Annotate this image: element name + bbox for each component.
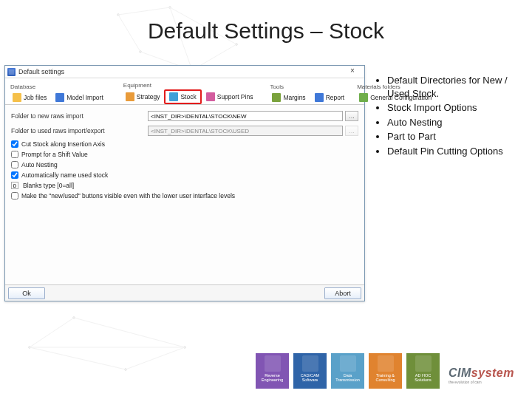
tab-label: Report: [326, 94, 345, 101]
report-icon: [315, 93, 324, 102]
checkbox-input[interactable]: [11, 161, 18, 168]
bullet-item: Auto Nesting: [387, 116, 514, 129]
dialog-body: Folder to new raws import … Folder to us…: [5, 105, 364, 200]
pins-icon: [206, 92, 215, 101]
tile-label: Training & Consulting: [369, 373, 402, 382]
ok-button[interactable]: Ok: [8, 287, 45, 299]
checkbox-input[interactable]: [11, 151, 18, 158]
window-title: Default settings: [18, 68, 343, 75]
stock-icon: [169, 92, 178, 101]
gear-icon: [359, 93, 368, 102]
tile-label: AD HOC Solutions: [406, 373, 440, 382]
brand-logo: CIMsystem the evolution of cam: [449, 366, 514, 389]
tab-strip: Database Job files Model Import Equipmen…: [5, 78, 364, 105]
abort-button[interactable]: Abort: [324, 287, 361, 299]
label-new-folder: Folder to new raws import: [11, 112, 148, 120]
strategy-icon: [126, 92, 134, 101]
bullet-item: Default Pin Cutting Options: [387, 145, 514, 158]
tab-modelimport[interactable]: Model Import: [51, 91, 108, 104]
checkbox-prompt-shift[interactable]: Prompt for a Shift Value: [11, 151, 358, 158]
tab-strategy[interactable]: Strategy: [121, 89, 165, 104]
tab-label: Job files: [24, 94, 47, 101]
tab-label: General Configuration: [370, 94, 432, 101]
input-used-folder[interactable]: [148, 126, 343, 136]
tile-icon: [378, 355, 394, 372]
tab-label: Support Pins: [217, 93, 253, 100]
input-blanks-type[interactable]: [11, 182, 18, 189]
close-button[interactable]: ×: [343, 66, 362, 77]
checkbox-cut-axis[interactable]: Cut Stock along Insertion Axis: [11, 140, 358, 148]
tab-label: Strategy: [137, 93, 160, 100]
slide-title: Default Settings – Stock: [0, 18, 532, 44]
checkbox-input[interactable]: [11, 140, 18, 148]
tab-label: Margins: [283, 94, 305, 101]
checkbox-input[interactable]: [11, 171, 18, 179]
browse-new-button[interactable]: …: [345, 111, 358, 121]
default-settings-dialog: Default settings × Database Job files Mo…: [4, 65, 365, 301]
input-new-folder[interactable]: [148, 111, 343, 121]
dialog-button-bar: Ok Abort: [5, 284, 364, 301]
footer: Reverse Engineering CAD/CAM Software Dat…: [256, 353, 514, 389]
tab-stock[interactable]: Stock: [164, 89, 201, 104]
tile-icon: [265, 355, 281, 372]
checkbox-label: Cut Stock along Insertion Axis: [21, 140, 105, 148]
label-blanks-type: Blanks type [0=all]: [23, 182, 74, 189]
tab-group-equipment: Equipment: [121, 82, 154, 89]
tile-icon: [340, 355, 356, 372]
tab-report[interactable]: Report: [310, 91, 349, 104]
footer-tile: CAD/CAM Software: [293, 353, 327, 389]
import-icon: [55, 93, 64, 102]
titlebar: Default settings ×: [5, 66, 364, 78]
label-used-folder: Folder to used raws import/export: [11, 127, 148, 134]
tab-jobfiles[interactable]: Job files: [8, 91, 51, 104]
tab-general[interactable]: General Configuration: [355, 91, 436, 104]
browse-used-button: …: [345, 126, 358, 136]
footer-tile: Reverse Engineering: [256, 353, 289, 389]
checkbox-low-ui[interactable]: Make the "new/used" buttons visible even…: [11, 192, 358, 200]
tab-group-database: Database: [8, 83, 38, 91]
footer-tile: Training & Consulting: [369, 353, 402, 389]
checkbox-auto-nesting[interactable]: Auto Nesting: [11, 161, 358, 168]
checkbox-label: Automatically name used stock: [21, 171, 108, 179]
tile-icon: [415, 355, 432, 372]
tab-label: Model Import: [66, 94, 103, 101]
tile-label: Reverse Engineering: [256, 373, 289, 382]
checkbox-label: Auto Nesting: [21, 161, 58, 168]
tab-margins[interactable]: Margins: [267, 91, 310, 104]
checkbox-label: Prompt for a Shift Value: [21, 151, 88, 158]
brand-tagline: the evolution of cam: [449, 380, 514, 384]
checkbox-auto-name[interactable]: Automatically name used stock: [11, 171, 358, 179]
tab-group-materials: Materials folders: [355, 83, 403, 91]
brand-text-b: system: [471, 366, 514, 379]
checkbox-label: Make the "new/used" buttons visible even…: [21, 192, 235, 200]
tab-supportpins[interactable]: Support Pins: [202, 89, 258, 104]
folder-icon: [13, 93, 21, 102]
tile-icon: [302, 355, 318, 372]
app-icon: [7, 68, 16, 76]
tile-label: Data Transmission: [331, 373, 364, 382]
tab-label: Stock: [180, 93, 196, 100]
tile-label: CAD/CAM Software: [293, 373, 327, 382]
checkbox-input[interactable]: [11, 192, 18, 200]
brand-text-a: CIM: [449, 366, 471, 379]
bullet-item: Part to Part: [387, 130, 514, 143]
footer-tile: AD HOC Solutions: [406, 353, 440, 389]
footer-tile: Data Transmission: [331, 353, 364, 389]
margins-icon: [272, 93, 281, 102]
tab-group-tools: Tools: [267, 83, 286, 91]
